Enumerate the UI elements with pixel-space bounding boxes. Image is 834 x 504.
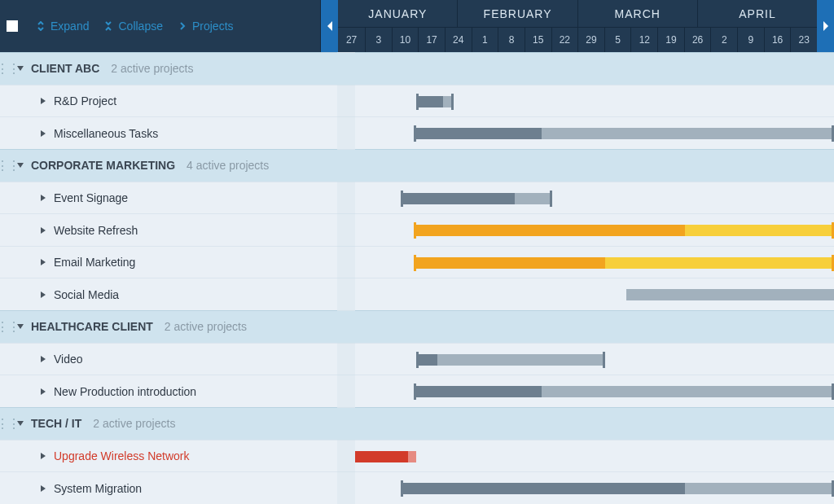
task-row[interactable]: Email Marketing xyxy=(0,246,337,278)
caret-down-icon[interactable] xyxy=(15,64,26,72)
expand-all-button[interactable]: Expand xyxy=(36,20,89,33)
date-label: 8 xyxy=(498,28,525,52)
gantt-bar[interactable] xyxy=(414,257,834,269)
caret-right-icon[interactable] xyxy=(37,129,49,138)
gantt-bar-segment xyxy=(414,257,605,269)
collapse-all-button[interactable]: Collapse xyxy=(103,20,162,33)
gantt-bar-segment xyxy=(542,386,834,397)
drag-handle-icon[interactable]: ⋮⋮ xyxy=(0,158,15,173)
gantt-bar[interactable] xyxy=(401,193,552,204)
group-row[interactable]: ⋮⋮TECH / IT2 active projects xyxy=(0,407,337,440)
task-row[interactable]: Upgrade Wireless Network xyxy=(0,440,337,472)
triangle-right-icon xyxy=(822,21,830,31)
gantt-canvas xyxy=(355,52,834,504)
group-subtitle: 2 active projects xyxy=(111,62,193,75)
task-name: Event Signage xyxy=(54,191,128,204)
gantt-row xyxy=(355,116,834,149)
date-label: 26 xyxy=(684,28,711,52)
group-subtitle: 4 active projects xyxy=(187,159,269,172)
task-row[interactable]: Miscellaneous Tasks xyxy=(0,116,337,149)
gantt-row xyxy=(355,278,834,310)
gantt-bar[interactable] xyxy=(626,289,834,300)
gantt-bar[interactable] xyxy=(416,354,605,366)
group-row[interactable]: ⋮⋮CLIENT ABC2 active projects xyxy=(0,52,337,85)
task-name: New Production introduction xyxy=(54,385,196,398)
caret-right-icon[interactable] xyxy=(37,355,49,363)
gantt-row xyxy=(355,213,834,246)
gantt-bar[interactable] xyxy=(401,483,834,494)
task-row[interactable]: New Production introduction xyxy=(0,375,337,407)
gantt-bar-segment xyxy=(401,483,686,494)
gantt-row xyxy=(355,52,834,85)
caret-right-icon[interactable] xyxy=(37,226,49,234)
task-row[interactable]: R&D Project xyxy=(0,85,337,117)
gantt-bar-segment xyxy=(401,193,515,204)
caret-down-icon[interactable] xyxy=(15,161,26,169)
gantt-bar-segment xyxy=(414,225,685,236)
date-label: 15 xyxy=(525,28,551,52)
gantt-row xyxy=(355,440,834,472)
gantt-bar[interactable] xyxy=(414,225,834,236)
gantt-row xyxy=(355,149,834,182)
caret-down-icon[interactable] xyxy=(15,322,26,331)
gantt-bar-segment xyxy=(685,483,834,494)
scroll-right-button[interactable] xyxy=(817,0,834,52)
task-name: System Migration xyxy=(54,482,142,495)
drag-handle-icon[interactable]: ⋮⋮ xyxy=(0,416,15,432)
date-label: 16 xyxy=(764,28,791,52)
month-row: JANUARYFEBRUARYMARCHAPRIL xyxy=(338,0,817,28)
gantt-bar-segment xyxy=(542,128,834,139)
timeline-header: Expand Collapse Projects JANUARYFEBRUARY… xyxy=(0,0,834,52)
group-row[interactable]: ⋮⋮CORPORATE MARKETING4 active projects xyxy=(0,149,337,182)
triangle-left-icon xyxy=(326,21,334,31)
task-name: Social Media xyxy=(54,288,119,301)
gantt-bar-segment xyxy=(355,451,408,462)
month-label: JANUARY xyxy=(338,0,457,27)
group-name: HEALTHCARE CLIENT xyxy=(31,320,153,333)
gantt-row xyxy=(355,375,834,407)
select-all-checkbox[interactable] xyxy=(7,20,18,32)
date-label: 1 xyxy=(472,28,498,52)
gantt-row xyxy=(355,310,834,343)
group-name: CLIENT ABC xyxy=(31,62,99,75)
gantt-bar-segment xyxy=(414,386,542,397)
date-label: 17 xyxy=(418,28,445,52)
task-row[interactable]: System Migration xyxy=(0,471,337,504)
caret-down-icon[interactable] xyxy=(15,419,26,427)
gantt-row xyxy=(355,471,834,504)
task-name: Miscellaneous Tasks xyxy=(54,127,158,140)
caret-right-icon[interactable] xyxy=(37,258,49,266)
date-label: 2 xyxy=(710,28,737,52)
caret-right-icon[interactable] xyxy=(37,97,49,105)
gantt-bar[interactable] xyxy=(414,386,834,397)
caret-right-icon[interactable] xyxy=(37,194,49,202)
gantt-bar[interactable] xyxy=(414,128,834,139)
date-label: 9 xyxy=(737,28,764,52)
date-label: 22 xyxy=(551,28,578,52)
month-label: MARCH xyxy=(577,0,697,27)
task-row[interactable]: Website Refresh xyxy=(0,213,337,246)
caret-right-icon[interactable] xyxy=(37,291,49,299)
gantt-bar-segment xyxy=(685,225,834,236)
group-row[interactable]: ⋮⋮HEALTHCARE CLIENT2 active projects xyxy=(0,310,337,343)
expand-icon xyxy=(36,21,46,31)
gantt-bar[interactable] xyxy=(416,96,454,107)
caret-right-icon[interactable] xyxy=(37,388,49,396)
gantt-bar-segment xyxy=(414,128,542,139)
timeline-scale: JANUARYFEBRUARYMARCHAPRIL 27310172418152… xyxy=(338,0,817,52)
scroll-left-button[interactable] xyxy=(321,0,338,52)
caret-right-icon[interactable] xyxy=(37,452,49,460)
drag-handle-icon[interactable]: ⋮⋮ xyxy=(0,319,15,335)
date-label: 27 xyxy=(338,28,365,52)
date-label: 5 xyxy=(604,28,631,52)
gantt-bar[interactable] xyxy=(355,451,416,462)
gantt-row xyxy=(355,407,834,440)
drag-handle-icon[interactable]: ⋮⋮ xyxy=(0,61,15,77)
caret-right-icon[interactable] xyxy=(37,484,49,493)
projects-link[interactable]: Projects xyxy=(178,20,234,33)
task-row[interactable]: Event Signage xyxy=(0,182,337,214)
gantt-row xyxy=(355,182,834,214)
month-label: APRIL xyxy=(697,0,817,27)
task-row[interactable]: Social Media xyxy=(0,278,337,310)
task-row[interactable]: Video xyxy=(0,343,337,375)
